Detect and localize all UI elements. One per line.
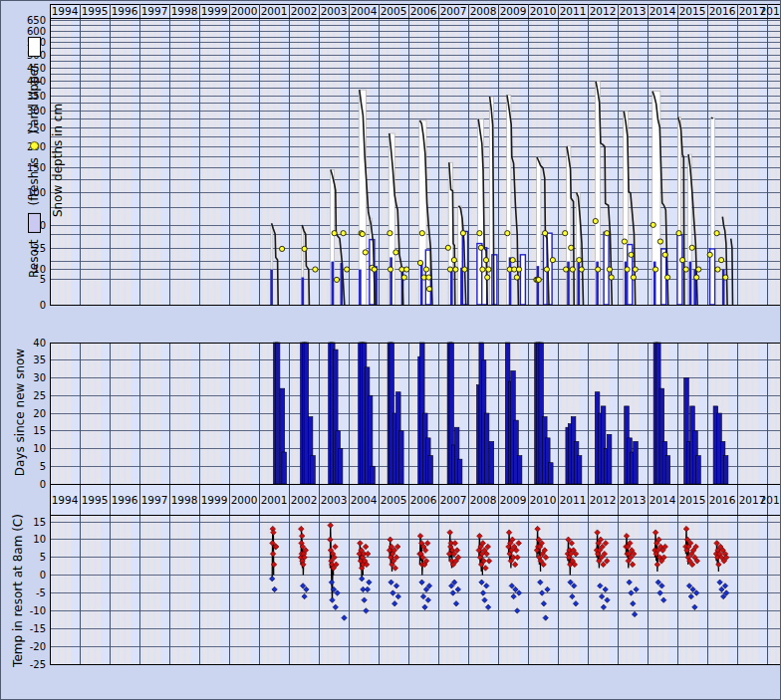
fresh-snow-marker <box>689 245 694 250</box>
fresh-snow-marker <box>401 275 406 280</box>
fresh-snow-marker <box>631 275 636 280</box>
y-tick-label: 35 <box>33 354 46 365</box>
fresh-snow-marker <box>570 267 575 272</box>
temp-axis-title: Temp in resort at 8am (C) <box>11 514 25 667</box>
month-stripe <box>143 515 147 664</box>
month-stripe <box>771 515 775 664</box>
month-stripe <box>711 515 715 664</box>
fresh-snow-marker <box>460 231 465 236</box>
month-stripe <box>472 515 476 664</box>
fresh-snow-marker <box>453 267 458 272</box>
year-label: 1997 <box>141 5 168 17</box>
year-label: 2004 <box>351 5 378 17</box>
month-stripe <box>84 515 88 664</box>
fresh-snow-marker <box>426 287 431 292</box>
year-label: 2015 <box>679 494 706 506</box>
fresh-snow-marker <box>302 246 307 251</box>
y-tick-label: 600 <box>27 26 46 37</box>
year-label: 1999 <box>201 5 228 17</box>
year-label: 2010 <box>530 5 557 17</box>
days-since-snow-bar <box>489 441 494 484</box>
year-label: 2003 <box>321 494 348 506</box>
month-stripe <box>502 515 506 664</box>
snow-legend-label: Resort (fresh is ) and Upper <box>27 37 41 278</box>
month-stripe <box>741 515 745 664</box>
month-stripe <box>120 515 124 664</box>
month-stripe <box>681 515 685 664</box>
year-label: 2012 <box>590 5 617 17</box>
fresh-snow-marker <box>363 250 368 255</box>
resort-depth-bar <box>420 263 423 305</box>
fresh-label-close: ) and Upper <box>27 64 41 134</box>
y-tick-label: 25 <box>33 390 46 401</box>
year-label: 2002 <box>291 5 318 17</box>
fresh-snow-marker <box>426 275 431 280</box>
year-label: 2012 <box>590 494 617 506</box>
fresh-snow-marker <box>404 267 409 272</box>
fresh-snow-marker <box>683 267 688 272</box>
fresh-snow-marker <box>543 231 548 236</box>
year-label: 2014 <box>650 5 676 17</box>
y-tick-label: 10 <box>33 443 46 454</box>
y-tick-label: 40 <box>33 338 46 349</box>
chart-svg: 1994199519961997199819992000200120022003… <box>1 1 781 700</box>
fresh-snow-marker <box>696 267 701 272</box>
fresh-snow-marker <box>629 252 634 257</box>
month-stripe <box>293 515 297 664</box>
fresh-snow-marker <box>633 267 638 272</box>
fresh-snow-dot-icon <box>30 141 39 150</box>
month-stripe <box>592 515 596 664</box>
year-label: 2016 <box>709 5 736 17</box>
y-tick-label: 15 <box>33 425 46 436</box>
fresh-snow-marker <box>445 245 450 250</box>
year-label: 1996 <box>112 494 138 506</box>
fresh-snow-marker <box>423 267 428 272</box>
fresh-snow-marker <box>462 267 467 272</box>
fresh-label-open: (fresh is <box>27 157 41 205</box>
fresh-snow-marker <box>563 231 568 236</box>
year-label: 2006 <box>410 5 437 17</box>
month-stripe <box>97 515 101 664</box>
fresh-snow-marker <box>625 267 630 272</box>
fresh-snow-marker <box>313 267 318 272</box>
month-stripe <box>246 515 250 664</box>
snow-axis-title: Snow depths in cm <box>51 104 65 217</box>
fresh-snow-marker <box>393 250 398 255</box>
days-since-snow-bar <box>399 431 404 484</box>
month-stripe <box>323 515 327 664</box>
fresh-snow-marker <box>577 258 582 263</box>
resort-depth-bar <box>509 257 512 305</box>
month-stripe <box>532 515 536 664</box>
year-label: 2000 <box>231 494 258 506</box>
year-label: 2009 <box>500 494 527 506</box>
month-stripe <box>114 515 118 664</box>
days-since-snow-bar <box>275 343 280 484</box>
year-label: 2005 <box>381 5 407 17</box>
y-tick-label: 15 <box>33 517 46 528</box>
year-label: 2000 <box>231 5 258 17</box>
year-label: 2001 <box>261 494 288 506</box>
fresh-snow-marker <box>676 231 681 236</box>
fresh-snow-marker <box>478 245 483 250</box>
days-since-snow-bar <box>311 456 316 484</box>
year-label: 2018 <box>760 5 781 17</box>
year-label: 1998 <box>171 494 198 506</box>
month-stripe <box>485 515 489 664</box>
year-label: 2013 <box>620 5 647 17</box>
days-since-snow-bar <box>484 413 489 484</box>
year-label: 2011 <box>560 5 587 17</box>
year-label: 1999 <box>201 494 228 506</box>
month-stripe <box>575 515 579 664</box>
days-since-snow-bar <box>338 449 343 485</box>
year-label: 2001 <box>261 5 288 17</box>
month-stripe <box>747 515 751 664</box>
fresh-snow-marker <box>707 252 712 257</box>
year-label: 2011 <box>560 494 587 506</box>
year-label: 1996 <box>112 5 138 17</box>
fresh-snow-marker <box>723 275 728 280</box>
fresh-snow-marker <box>360 231 365 236</box>
fresh-snow-marker <box>715 267 720 272</box>
fresh-snow-marker <box>480 267 485 272</box>
month-stripe <box>209 515 213 664</box>
year-label: 2016 <box>709 494 736 506</box>
